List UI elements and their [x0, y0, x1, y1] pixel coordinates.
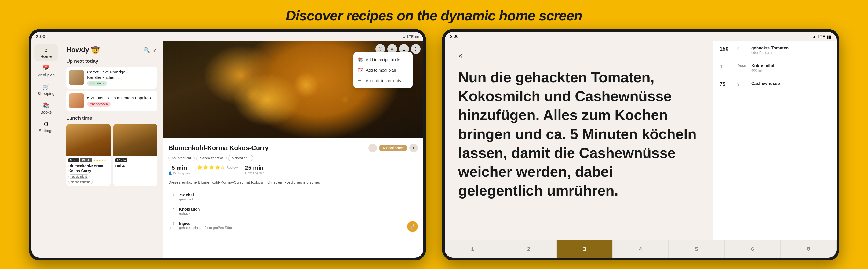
right-time: 2:00 — [450, 34, 458, 39]
left-tablet: 2:00 ▲ LTE ▮▮ ⌂ Home 📅 Meal plan — [29, 29, 426, 260]
meta-active-label: 👤 Working time — [168, 171, 190, 175]
recipe-tag-author: bianca zapatka — [196, 155, 226, 161]
ing-detail-1: gehackt — [179, 211, 200, 215]
context-add-to-meal-plan[interactable]: 📅 Add to meal plan — [353, 65, 412, 75]
ingredient-row-1: 4 Knoblauch gehackt — [168, 204, 418, 218]
sidebar-item-books[interactable]: 📚 Books — [34, 100, 58, 117]
meal-plan-icon: 📅 — [43, 65, 50, 72]
sidebar-label-settings: Settings — [39, 128, 53, 133]
right-tablet: 2:00 ▲ LTE ▮▮ × Nun die gehackten Tomate… — [442, 29, 839, 260]
lunch-card-1[interactable]: 90 min Dal & ... — [113, 124, 158, 186]
ing-unit-2: g — [737, 81, 747, 85]
recipe-info-0: Carrot Cake Porridge - Karottenkuchen...… — [87, 70, 155, 86]
lunch-title: Lunch time — [66, 115, 157, 121]
ing-detail-2: gehackt, ein ca. 2 cm großes Stück — [179, 226, 403, 230]
step-4[interactable]: 4 — [613, 241, 669, 258]
header-icons: 🔍 ⤢ — [143, 47, 157, 53]
recipe-thumb-0 — [69, 70, 84, 85]
search-icon[interactable]: 🔍 — [143, 47, 150, 53]
left-status-icons: ▲ LTE ▮▮ — [402, 34, 419, 39]
right-status-icons: ▲ LTE ▮▮ — [812, 34, 831, 39]
recipe-content: Blumenkohl-Korma Kokos-Curry − 6 Portion… — [163, 138, 423, 258]
recipe-info-1: 5-Zutaten Pasta mit rotem Paprikap... Ab… — [87, 95, 155, 107]
ing-amount-2: 75 — [720, 81, 733, 87]
books-icon: 📚 — [43, 102, 50, 109]
sidebar-ingredient-0: 150 g gehackte Tomaten oder Passata — [713, 42, 837, 59]
ingredients-list: 1 Zwiebel gewürfelt 4 Knoblauch — [168, 190, 418, 235]
servings-control[interactable]: − 6 Portionen + — [368, 144, 418, 152]
step-1[interactable]: 1 — [445, 241, 501, 258]
recipe-hero: ♡ ✏ 🗑 ⋮ 📚 Add to recipe books — [163, 42, 423, 138]
ing-num-0: 1 — [168, 193, 175, 197]
close-button[interactable]: × — [458, 52, 700, 60]
servings-decrease[interactable]: − — [368, 144, 377, 152]
meta-waiting-label: ⏸ Waiting time — [244, 171, 265, 174]
step-6[interactable]: 6 — [725, 241, 781, 258]
allocate-context-icon: ☰ — [358, 78, 363, 83]
recipe-tag-author2: biancazapu — [228, 155, 253, 161]
recipe-tag-hauptgericht: hauptgericht — [168, 155, 194, 161]
ing-amount-1: 1 — [720, 63, 733, 70]
ing-amount-0: 150 — [720, 46, 733, 52]
sidebar-ingredient-2: 75 g Cashewnüsse — [713, 77, 837, 92]
sidebar-label-meal-plan: Meal plan — [37, 73, 55, 77]
page-title: Discover recipes on the dynamic home scr… — [286, 0, 582, 29]
context-menu: 📚 Add to recipe books 📅 Add to meal plan… — [353, 52, 412, 88]
ing-name-1: Knoblauch — [179, 207, 200, 211]
meta-active-time: 5 min 👤 Working time — [168, 164, 190, 175]
recipe-name-0: Carrot Cake Porridge - Karottenkuchen... — [87, 70, 155, 80]
step-2[interactable]: 2 — [501, 241, 557, 258]
ing-sidebar-name-2: Cashewnüsse — [751, 81, 830, 86]
meta-active-value: 5 min — [168, 164, 190, 171]
sidebar-item-shopping[interactable]: 🛒 Shopping — [34, 81, 58, 99]
more-button[interactable]: ⋮ — [411, 44, 421, 54]
lunch-section: Lunch time 5 min 25 min ★★★★☆ — [66, 115, 157, 186]
step-settings[interactable]: ⚙ — [780, 241, 837, 258]
right-status-bar: 2:00 ▲ LTE ▮▮ — [445, 32, 837, 42]
context-allocate-label: Allocate ingredients — [366, 78, 401, 83]
cooking-mode-icon[interactable]: 🍴 — [407, 221, 418, 232]
review-label: Review — [226, 165, 238, 169]
ingredient-row-0: 1 Zwiebel gewürfelt — [168, 190, 418, 204]
greeting: Howdy 🤠 — [66, 46, 100, 54]
shopping-icon: 🛒 — [43, 84, 50, 90]
recipe-tag-1: Abendessen — [87, 102, 111, 107]
time-badge-0a: 5 min — [68, 158, 79, 162]
left-status-bar: 2:00 ▲ LTE ▮▮ — [31, 32, 423, 42]
signal-icon: ▲ LTE ▮▮ — [402, 34, 419, 39]
recipe-tags: hauptgericht bianca zapatka biancazapu — [168, 155, 418, 161]
sidebar-item-settings[interactable]: ⚙ Settings — [34, 118, 58, 136]
context-allocate-ingredients[interactable]: ☰ Allocate ingredients — [353, 75, 412, 86]
step-3[interactable]: 3 — [557, 241, 613, 258]
home-icon: ⌂ — [44, 47, 48, 53]
lunch-tag-0b: bianca zapatka — [68, 180, 93, 184]
ing-details-2: Ingwer gehackt, ein ca. 2 cm großes Stüc… — [179, 221, 403, 230]
ing-unit-0: g — [737, 46, 747, 50]
lunch-cards: 5 min 25 min ★★★★☆ Blumenkohl-Korma Koko… — [66, 124, 157, 186]
step-5[interactable]: 5 — [669, 241, 725, 258]
screens-container: 2:00 ▲ LTE ▮▮ ⌂ Home 📅 Meal plan — [7, 29, 861, 260]
ing-sidebar-name-0: gehackte Tomaten — [751, 46, 830, 51]
sidebar-item-home[interactable]: ⌂ Home — [34, 44, 58, 61]
stars-0: ★★★★☆ — [93, 159, 106, 162]
sidebar-label-home: Home — [40, 54, 52, 59]
right-signal-icon: ▲ LTE ▮▮ — [812, 34, 831, 39]
review-block: ⭐⭐⭐⭐☆ Review — [197, 164, 238, 170]
ingredient-row-2: 1 EL Ingwer gehackt, ein ca. 2 cm großes… — [168, 218, 418, 235]
context-add-to-books[interactable]: 📚 Add to recipe books — [353, 54, 412, 65]
recipe-description: Dieses einfache Blumenkohl-Korma-Curry m… — [168, 179, 418, 186]
sidebar-ingredient-1: 1 Dose Kokosmilch 400 ml — [713, 59, 837, 77]
meta-waiting-time: 25 min ⏸ Waiting time — [244, 164, 265, 174]
recipe-card-0[interactable]: Carrot Cake Porridge - Karottenkuchen...… — [66, 67, 157, 88]
servings-increase[interactable]: + — [409, 144, 418, 152]
ing-info-2: Cashewnüsse — [751, 81, 830, 86]
recipe-card-1[interactable]: 5-Zutaten Pasta mit rotem Paprikap... Ab… — [66, 91, 157, 111]
sidebar-item-meal-plan[interactable]: 📅 Meal plan — [34, 62, 58, 80]
ing-details-1: Knoblauch gehackt — [179, 207, 200, 215]
fullscreen-icon[interactable]: ⤢ — [153, 47, 157, 53]
context-add-books-label: Add to recipe books — [366, 57, 402, 62]
sidebar: ⌂ Home 📅 Meal plan 🛒 Shopping 📚 Books — [31, 42, 61, 258]
lunch-card-0[interactable]: 5 min 25 min ★★★★☆ Blumenkohl-Korma Koko… — [66, 124, 111, 186]
context-add-meal-label: Add to meal plan — [366, 68, 396, 72]
up-next-title: Up next today — [66, 58, 157, 64]
